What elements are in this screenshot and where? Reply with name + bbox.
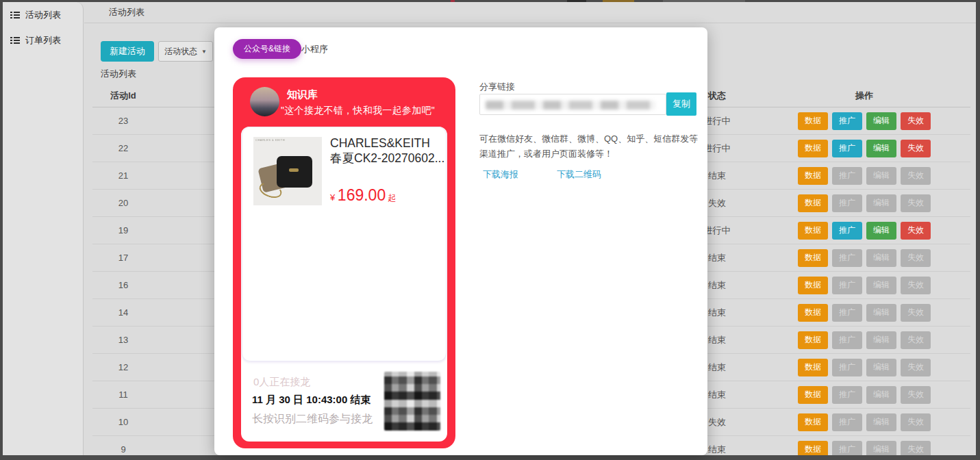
data-button[interactable]: 数据 (798, 413, 828, 431)
download-qrcode-link[interactable]: 下载二维码 (557, 168, 601, 181)
data-button[interactable]: 数据 (798, 386, 828, 404)
handbag-graphic (277, 156, 312, 188)
promote-button[interactable]: 推广 (832, 359, 862, 376)
list-icon (10, 12, 20, 19)
row-actions: 数据推广编辑失效 (758, 277, 970, 294)
data-button[interactable]: 数据 (798, 331, 828, 349)
invalidate-button[interactable]: 失效 (901, 249, 931, 267)
edit-button[interactable]: 编辑 (866, 304, 896, 322)
section-title: 活动列表 (101, 68, 136, 80)
promote-button[interactable]: 推广 (832, 441, 862, 456)
invalidate-button[interactable]: 失效 (901, 277, 931, 294)
data-button[interactable]: 数据 (798, 167, 828, 185)
promote-button[interactable]: 推广 (832, 331, 862, 349)
preview-nickname: 知识库 (287, 88, 318, 101)
row-actions: 数据推广编辑失效 (758, 386, 970, 404)
row-activity-id: 17 (92, 253, 154, 263)
blurred-link-text (486, 101, 655, 110)
share-link-input[interactable] (479, 94, 666, 115)
promote-button[interactable]: 推广 (832, 386, 862, 404)
promote-button[interactable]: 推广 (832, 140, 862, 157)
sidebar-item-label: 活动列表 (25, 9, 61, 21)
edit-button[interactable]: 编辑 (866, 249, 896, 267)
invalidate-button[interactable]: 失效 (901, 222, 931, 240)
row-activity-id: 13 (92, 335, 154, 345)
activity-status-select-value: 活动状态 (164, 46, 197, 58)
invalidate-button[interactable]: 失效 (901, 194, 931, 212)
product-image: CHARLES & KEITH (253, 137, 322, 205)
new-activity-button[interactable]: 新建活动 (101, 41, 154, 62)
share-link-label: 分享链接 (479, 81, 515, 93)
preview-quote: "这个接龙不错，快和我一起参加吧" (281, 105, 435, 117)
edit-button[interactable]: 编辑 (866, 413, 896, 431)
share-preview-card: 知识库 "这个接龙不错，快和我一起参加吧" CHARLES & KEITH CH… (233, 77, 455, 448)
invalidate-button[interactable]: 失效 (901, 304, 931, 322)
promote-button[interactable]: 推广 (832, 194, 862, 212)
promote-button[interactable]: 推广 (832, 112, 862, 130)
list-icon (10, 37, 20, 44)
invalidate-button[interactable]: 失效 (901, 140, 931, 157)
tab-official-account-link[interactable]: 公众号&链接 (233, 39, 301, 59)
activity-status-select[interactable]: 活动状态 ▼ (158, 41, 213, 62)
row-actions: 数据推广编辑失效 (758, 413, 970, 431)
row-actions: 数据推广编辑失效 (758, 331, 970, 349)
data-button[interactable]: 数据 (798, 277, 828, 294)
row-actions: 数据推广编辑失效 (758, 194, 970, 212)
edit-button[interactable]: 编辑 (866, 140, 896, 157)
edit-button[interactable]: 编辑 (866, 167, 896, 185)
edit-button[interactable]: 编辑 (866, 386, 896, 404)
edit-button[interactable]: 编辑 (866, 441, 896, 456)
promote-button[interactable]: 推广 (832, 413, 862, 431)
invalidate-button[interactable]: 失效 (901, 413, 931, 431)
sidebar-item-activity-list[interactable]: 活动列表 (3, 2, 83, 27)
row-activity-id: 12 (92, 362, 154, 372)
row-activity-id: 9 (92, 444, 154, 455)
row-activity-id: 20 (92, 198, 154, 208)
promote-button[interactable]: 推广 (832, 167, 862, 185)
sidebar: 活动列表 订单列表 (3, 2, 84, 455)
promote-button[interactable]: 推广 (832, 249, 862, 267)
data-button[interactable]: 数据 (798, 441, 828, 456)
currency-symbol: ¥ (330, 192, 338, 203)
product-title-line1: CHARLES&KEITH (330, 136, 451, 151)
scan-hint: 长按识别二维码参与接龙 (252, 412, 373, 426)
invalidate-button[interactable]: 失效 (901, 441, 931, 456)
row-actions: 数据推广编辑失效 (758, 304, 970, 322)
row-activity-id: 23 (92, 116, 154, 126)
tab-mini-program[interactable]: 小程序 (301, 43, 328, 55)
invalidate-button[interactable]: 失效 (901, 359, 931, 376)
edit-button[interactable]: 编辑 (866, 222, 896, 240)
edit-button[interactable]: 编辑 (866, 277, 896, 294)
invalidate-button[interactable]: 失效 (901, 112, 931, 130)
data-button[interactable]: 数据 (798, 194, 828, 212)
price-suffix: 起 (386, 193, 396, 203)
data-button[interactable]: 数据 (798, 112, 828, 130)
price-value: 169.00 (338, 186, 386, 204)
data-button[interactable]: 数据 (798, 249, 828, 267)
download-poster-link[interactable]: 下载海报 (483, 168, 518, 181)
product-card: CHARLES & KEITH CHARLES&KEITH 春夏CK2-2027… (242, 127, 447, 361)
invalidate-button[interactable]: 失效 (901, 167, 931, 185)
sidebar-item-order-list[interactable]: 订单列表 (3, 27, 83, 53)
data-button[interactable]: 数据 (798, 304, 828, 322)
data-button[interactable]: 数据 (798, 359, 828, 376)
promote-button[interactable]: 推广 (832, 304, 862, 322)
data-button[interactable]: 数据 (798, 140, 828, 157)
invalidate-button[interactable]: 失效 (901, 386, 931, 404)
sidebar-item-label: 订单列表 (25, 34, 61, 47)
promote-button[interactable]: 推广 (832, 222, 862, 240)
edit-button[interactable]: 编辑 (866, 112, 896, 130)
avatar (250, 87, 279, 116)
product-title-line2: 春夏CK2-20270602... (330, 151, 451, 166)
invalidate-button[interactable]: 失效 (901, 331, 931, 349)
copy-button[interactable]: 复制 (666, 92, 696, 116)
data-button[interactable]: 数据 (798, 222, 828, 240)
product-price: ¥ 169.00 起 (330, 186, 397, 205)
row-activity-id: 16 (92, 280, 154, 290)
edit-button[interactable]: 编辑 (866, 331, 896, 349)
edit-button[interactable]: 编辑 (866, 359, 896, 376)
edit-button[interactable]: 编辑 (866, 194, 896, 212)
breadcrumb-bar: 活动列表 (84, 2, 976, 23)
promote-button[interactable]: 推广 (832, 277, 862, 294)
share-description: 可在微信好友、微信群、微博、QQ、知乎、短信群发等渠道推广，或者用户页面装修等！ (479, 131, 707, 162)
